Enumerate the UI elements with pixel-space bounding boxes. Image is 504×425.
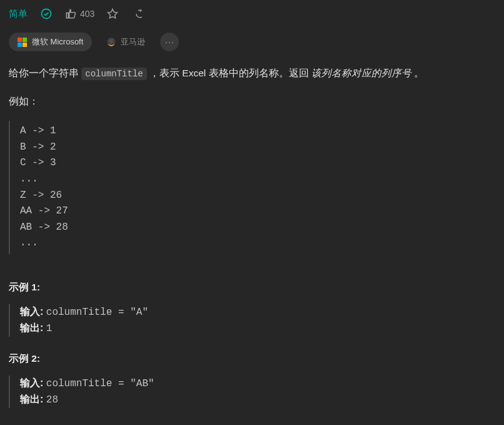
tag-amazon[interactable]: 亚马逊	[98, 33, 154, 51]
example-2-title: 示例 2:	[9, 351, 495, 367]
tag-microsoft-label: 微软 Microsoft	[32, 36, 83, 48]
more-tags-button[interactable]: ···	[160, 33, 179, 51]
tag-amazon-label: 亚马逊	[121, 36, 145, 48]
solved-icon[interactable]	[40, 8, 53, 20]
amazon-icon	[107, 38, 116, 46]
like-button[interactable]: 403	[65, 8, 94, 19]
problem-description: 给你一个字符串 columnTitle ，表示 Excel 表格中的列名称。返回…	[9, 65, 495, 408]
like-count: 403	[80, 9, 94, 19]
param-code: columnTitle	[81, 68, 146, 80]
mapping-block: A -> 1 B -> 2 C -> 3 ... Z -> 26 AA -> 2…	[9, 121, 495, 254]
company-tags: 微软 Microsoft 亚马逊 ···	[9, 29, 495, 65]
example-1-title: 示例 1:	[9, 279, 495, 295]
share-button[interactable]	[131, 8, 142, 19]
thumbs-up-icon	[65, 8, 76, 19]
favorite-button[interactable]	[107, 8, 118, 19]
difficulty-label: 简单	[9, 8, 28, 20]
microsoft-icon	[18, 38, 27, 47]
example-intro: 例如：	[9, 93, 495, 110]
intro-paragraph: 给你一个字符串 columnTitle ，表示 Excel 表格中的列名称。返回…	[9, 65, 495, 82]
problem-header: 简单 403	[9, 6, 495, 29]
tag-microsoft[interactable]: 微软 Microsoft	[9, 33, 92, 51]
example-1-block: 输入: columnTitle = "A" 输出: 1	[9, 304, 495, 337]
example-2-block: 输入: columnTitle = "AB" 输出: 28	[9, 376, 495, 408]
